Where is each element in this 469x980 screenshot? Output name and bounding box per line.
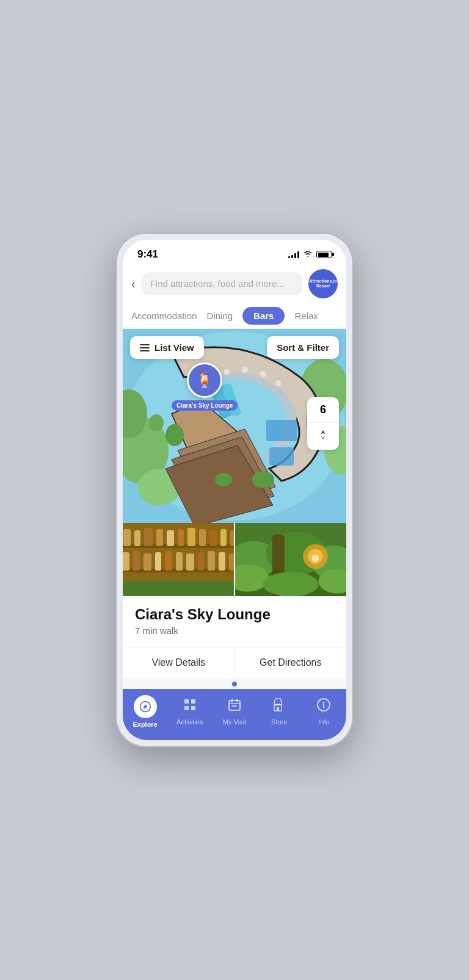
svg-point-16 [275,380,282,386]
svg-rect-30 [156,529,163,546]
list-view-label: List View [155,342,194,353]
svg-rect-41 [155,552,161,571]
search-bar: ‹ Find attractions, food and more... Att… [123,264,346,303]
brand-logo[interactable]: Attractions.ioResort [308,269,338,298]
svg-rect-29 [144,528,153,546]
sort-filter-button[interactable]: Sort & Filter [267,336,339,359]
map-area[interactable]: List View Sort & Filter 🍹 Ciara's Sky Lo… [123,329,346,523]
svg-rect-28 [134,530,140,546]
svg-rect-42 [165,551,172,571]
back-button[interactable]: ‹ [131,277,136,291]
svg-rect-43 [176,552,183,571]
nav-activities[interactable]: Activities [167,697,212,726]
nav-info[interactable]: Info [302,697,346,726]
my-visit-icon [227,697,242,716]
wifi-icon [303,250,313,259]
store-icon [272,697,286,716]
venue-marker[interactable]: 🍹 Ciara's Sky Lounge [172,362,238,411]
svg-point-62 [144,705,146,707]
svg-rect-35 [209,530,217,546]
svg-rect-45 [198,552,204,571]
svg-rect-33 [187,528,195,546]
list-view-button[interactable]: List View [130,336,204,359]
venue-name: Ciara's Sky Lounge [135,606,334,623]
svg-rect-70 [277,707,279,711]
action-buttons: View Details Get Directions [123,647,346,678]
nav-explore[interactable]: Explore [123,695,167,728]
svg-point-19 [252,471,274,488]
svg-rect-65 [184,706,189,710]
carousel-indicator [123,678,346,689]
nav-store[interactable]: Store [257,697,302,726]
activities-icon [183,697,197,716]
svg-point-56 [311,555,319,562]
get-directions-button[interactable]: Get Directions [235,647,347,678]
nav-activities-label: Activities [176,718,203,726]
zoom-level[interactable]: 6 [307,397,339,423]
map-controls-top: List View Sort & Filter [130,336,339,359]
svg-point-15 [260,371,266,377]
svg-rect-9 [266,420,297,441]
tab-bars[interactable]: Bars [242,307,285,325]
bottom-nav: Explore Activities [123,689,346,740]
search-placeholder: Find attractions, food and more... [150,278,285,289]
explore-icon-circle [134,695,157,718]
indicator-dot [232,682,237,686]
venue-card: Ciara's Sky Lounge 7 min walk View Detai… [123,523,346,689]
photo-nature [235,523,346,596]
tab-relax[interactable]: Relax [294,307,318,325]
info-icon [316,697,331,716]
tab-accommodation[interactable]: Accommodation [131,307,197,325]
svg-rect-27 [123,529,131,546]
phone-frame: 9:41 [115,232,354,748]
svg-rect-40 [144,553,151,571]
nav-info-label: Info [318,718,329,726]
view-details-button[interactable]: View Details [123,647,235,678]
svg-rect-46 [208,551,215,571]
photo-strip [123,523,346,596]
svg-rect-64 [191,699,195,704]
cocktail-icon: 🍹 [195,372,214,389]
zoom-nav-panel: 6 [307,397,339,450]
compass-direction[interactable] [307,423,339,450]
svg-rect-31 [167,530,174,546]
svg-rect-48 [229,553,234,571]
svg-rect-32 [178,529,184,546]
sort-filter-label: Sort & Filter [277,342,329,353]
venue-distance: 7 min walk [135,625,334,636]
photo-bottles [123,523,234,596]
svg-rect-10 [269,447,294,466]
hamburger-icon [140,344,150,351]
svg-rect-66 [191,706,195,710]
nav-explore-label: Explore [133,721,157,728]
venue-info-card: Ciara's Sky Lounge 7 min walk [123,596,346,642]
svg-point-20 [215,473,232,486]
svg-rect-44 [186,553,194,571]
phone-screen: 9:41 [123,240,346,740]
venue-icon-circle: 🍹 [187,362,222,398]
venue-marker-label: Ciara's Sky Lounge [172,400,238,411]
battery-icon [316,251,332,258]
search-input[interactable]: Find attractions, food and more... [142,272,302,295]
svg-point-22 [149,414,164,431]
svg-rect-39 [133,551,140,571]
nav-store-label: Store [271,718,287,726]
status-time: 9:41 [137,248,158,261]
svg-point-59 [263,572,319,596]
svg-rect-37 [230,530,234,546]
svg-rect-38 [123,552,129,571]
svg-rect-47 [219,552,225,571]
signal-icon [288,251,299,258]
svg-rect-63 [184,699,189,704]
svg-rect-36 [220,529,227,546]
svg-point-21 [165,424,184,446]
svg-rect-34 [199,529,206,546]
brand-name: Attractions.ioResort [309,279,336,289]
svg-rect-68 [232,705,237,707]
status-bar: 9:41 [123,240,346,264]
svg-point-14 [242,367,248,373]
nav-my-visit[interactable]: My Visit [212,697,256,726]
status-icons [288,250,332,259]
nav-my-visit-label: My Visit [223,718,246,726]
tab-dining[interactable]: Dining [207,307,233,325]
